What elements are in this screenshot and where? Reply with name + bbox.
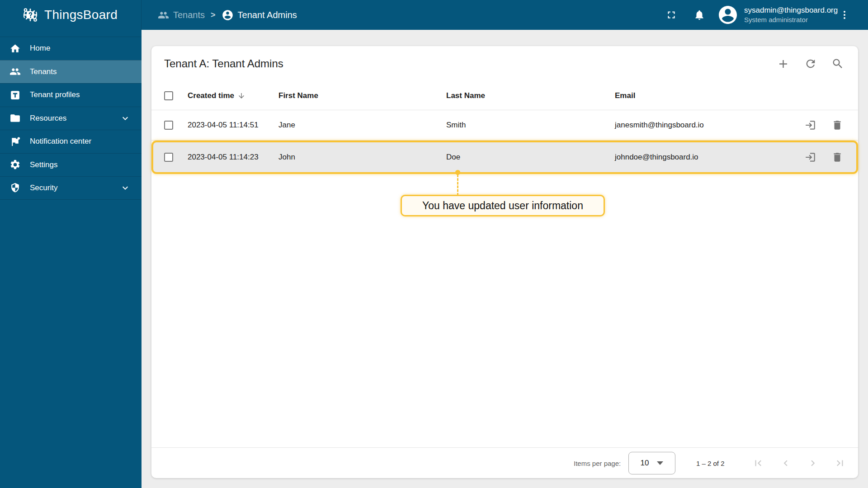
items-per-page-value: 10 [641, 459, 649, 468]
sidebar-item-label: Home [30, 44, 50, 53]
sidebar-item-tenants[interactable]: Tenants [0, 60, 142, 84]
breadcrumb: Tenants > Tenant Admins [158, 0, 297, 30]
cell-email: janesmith@thingsboard.io [615, 121, 704, 130]
sidebar-item-label: Resources [30, 114, 66, 123]
select-all-checkbox[interactable] [164, 91, 173, 100]
tutorial-tooltip: You have updated user information [401, 195, 605, 216]
last-page-button[interactable] [834, 457, 846, 469]
last-page-icon [834, 457, 846, 469]
search-icon [831, 57, 844, 70]
delete-icon [831, 151, 843, 163]
cell-created-time: 2023-04-05 11:14:51 [188, 121, 259, 130]
card-header: Tenant A: Tenant Admins [151, 46, 858, 81]
cell-created-time: 2023-04-05 11:14:23 [188, 153, 259, 162]
add-icon [777, 57, 790, 70]
sidebar-item-tenant-profiles[interactable]: Tenant profiles [0, 83, 142, 107]
cell-last-name: Doe [446, 153, 460, 162]
delete-user-button[interactable] [831, 151, 843, 163]
user-info[interactable]: sysadmin@thingsboard.org System administ… [744, 0, 838, 30]
fullscreen-icon [665, 9, 677, 21]
folder-icon [9, 113, 21, 124]
user-avatar[interactable] [717, 0, 739, 30]
sidebar-item-label: Tenants [30, 67, 57, 76]
tutorial-connector-line [457, 174, 458, 196]
tutorial-connector-dot [455, 170, 460, 175]
chevron-left-icon [780, 457, 792, 469]
app-logo[interactable]: ThingsBoard [0, 0, 142, 30]
bell-icon [693, 9, 705, 21]
delete-user-button[interactable] [831, 119, 843, 131]
user-email: sysadmin@thingsboard.org [744, 5, 838, 15]
table-row-highlighted[interactable]: 2023-04-05 11:14:23 John Doe johndoe@thi… [151, 141, 858, 174]
row-checkbox[interactable] [164, 121, 173, 130]
settings-gear-icon [9, 159, 21, 170]
sidebar-item-label: Notification center [30, 137, 91, 146]
thingsboard-logo-icon [21, 5, 40, 24]
sort-desc-icon [237, 92, 245, 100]
items-per-page-label: Items per page: [574, 459, 621, 467]
sidebar-item-resources[interactable]: Resources [0, 107, 142, 130]
cell-first-name: Jane [278, 121, 295, 130]
people-icon [158, 9, 169, 21]
sidebar-item-label: Security [30, 183, 57, 192]
add-user-button[interactable] [777, 57, 790, 70]
cell-last-name: Smith [446, 121, 466, 130]
dropdown-arrow-icon [657, 461, 663, 465]
chevron-down-icon [120, 113, 131, 124]
refresh-icon [804, 57, 817, 70]
breadcrumb-separator: > [211, 10, 216, 20]
breadcrumb-item-tenant-admins: Tenant Admins [222, 9, 297, 21]
login-icon [804, 119, 816, 131]
sidebar-item-label: Tenant profiles [30, 90, 80, 99]
user-menu-button[interactable] [839, 0, 850, 30]
previous-page-button[interactable] [780, 457, 792, 469]
next-page-button[interactable] [807, 457, 819, 469]
items-per-page-select[interactable]: 10 [628, 452, 675, 474]
notifications-button[interactable] [693, 0, 705, 30]
tenant-profile-icon [9, 89, 21, 101]
login-as-user-button[interactable] [804, 119, 816, 131]
thingsboard-app: ThingsBoard Tenants > Tenant Admins [0, 0, 868, 488]
row-checkbox[interactable] [164, 153, 173, 162]
account-circle-icon [222, 9, 234, 21]
sidebar-item-settings[interactable]: Settings [0, 153, 142, 177]
topbar: ThingsBoard Tenants > Tenant Admins [0, 0, 868, 30]
sidebar-item-security[interactable]: Security [0, 176, 142, 200]
fullscreen-button[interactable] [665, 0, 677, 30]
breadcrumb-label: Tenants [173, 10, 205, 20]
first-page-button[interactable] [752, 457, 764, 469]
breadcrumb-item-tenants[interactable]: Tenants [158, 9, 205, 21]
delete-icon [831, 119, 843, 131]
home-icon [9, 43, 21, 54]
search-button[interactable] [831, 57, 844, 70]
main-content: Tenant A: Tenant Admins [142, 30, 868, 488]
people-icon [9, 66, 21, 77]
sidebar-item-label: Settings [30, 160, 57, 169]
column-header-first-name[interactable]: First Name [278, 91, 318, 100]
user-role: System administrator [744, 15, 808, 24]
chevron-down-icon [120, 183, 131, 193]
avatar-icon [717, 4, 739, 26]
column-header-created-time[interactable]: Created time [188, 91, 245, 100]
table-row[interactable]: 2023-04-05 11:14:51 Jane Smith janesmith… [151, 110, 858, 141]
first-page-icon [752, 457, 764, 469]
sidebar-item-notification-center[interactable]: Notification center [0, 130, 142, 153]
table-toolbar [777, 57, 844, 70]
sidebar-item-home[interactable]: Home [0, 37, 142, 60]
cell-first-name: John [278, 153, 295, 162]
table-paginator: Items per page: 10 1 – 2 of 2 [151, 447, 858, 478]
sidebar: Home Tenants Tenant profiles Resources [0, 30, 142, 488]
app-title: ThingsBoard [44, 8, 118, 22]
page-title: Tenant A: Tenant Admins [164, 57, 283, 70]
column-header-email[interactable]: Email [615, 91, 635, 100]
chevron-right-icon [807, 457, 819, 469]
breadcrumb-label: Tenant Admins [238, 10, 297, 20]
tenant-admins-card: Tenant A: Tenant Admins [151, 46, 858, 478]
refresh-button[interactable] [804, 57, 817, 70]
login-icon [804, 151, 816, 163]
column-header-last-name[interactable]: Last Name [446, 91, 485, 100]
security-shield-icon [9, 182, 21, 193]
more-vert-icon [839, 9, 850, 20]
tutorial-tooltip-text: You have updated user information [422, 200, 583, 212]
login-as-user-button[interactable] [804, 151, 816, 163]
